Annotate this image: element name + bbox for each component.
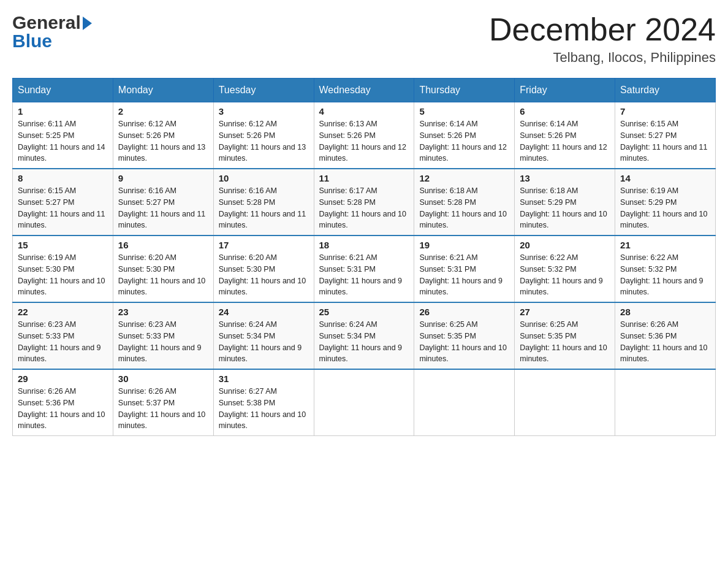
sunrise-label: Sunrise: 6:27 AM [219,387,277,396]
calendar-cell: 29 Sunrise: 6:26 AM Sunset: 5:36 PM Dayl… [13,369,113,436]
sunset-label: Sunset: 5:33 PM [118,332,175,340]
calendar-cell: 10 Sunrise: 6:16 AM Sunset: 5:28 PM Dayl… [213,169,314,236]
day-number: 5 [419,106,509,117]
sunrise-label: Sunrise: 6:18 AM [520,186,578,195]
daylight-label: Daylight: 11 hours and 14 minutes. [18,143,105,163]
sunrise-label: Sunrise: 6:24 AM [219,320,277,329]
sunset-label: Sunset: 5:26 PM [219,131,275,140]
day-number: 8 [18,173,108,183]
day-info: Sunrise: 6:19 AM Sunset: 5:30 PM Dayligh… [18,252,108,298]
daylight-label: Daylight: 11 hours and 10 minutes. [520,210,607,230]
daylight-label: Daylight: 11 hours and 13 minutes. [118,143,205,163]
sunset-label: Sunset: 5:35 PM [419,332,476,340]
day-number: 26 [419,307,509,317]
calendar-cell: 5 Sunrise: 6:14 AM Sunset: 5:26 PM Dayli… [414,102,515,169]
sunset-label: Sunset: 5:28 PM [219,198,275,207]
calendar-cell: 26 Sunrise: 6:25 AM Sunset: 5:35 PM Dayl… [414,302,515,369]
sunset-label: Sunset: 5:33 PM [18,332,74,340]
daylight-label: Daylight: 11 hours and 10 minutes. [419,343,506,364]
calendar-cell: 15 Sunrise: 6:19 AM Sunset: 5:30 PM Dayl… [13,236,113,302]
sunset-label: Sunset: 5:28 PM [319,198,376,207]
day-number: 16 [118,240,208,250]
daylight-label: Daylight: 11 hours and 10 minutes. [18,277,105,297]
day-number: 28 [620,307,710,317]
day-number: 3 [219,106,309,117]
sunset-label: Sunset: 5:37 PM [118,399,175,407]
calendar-cell: 11 Sunrise: 6:17 AM Sunset: 5:28 PM Dayl… [314,169,414,236]
day-info: Sunrise: 6:14 AM Sunset: 5:26 PM Dayligh… [520,118,610,164]
calendar-cell: 31 Sunrise: 6:27 AM Sunset: 5:38 PM Dayl… [213,369,314,436]
day-info: Sunrise: 6:14 AM Sunset: 5:26 PM Dayligh… [419,118,509,164]
day-number: 24 [219,307,309,317]
sunrise-label: Sunrise: 6:20 AM [118,253,176,262]
daylight-label: Daylight: 11 hours and 10 minutes. [620,210,707,230]
sunset-label: Sunset: 5:28 PM [419,198,476,207]
day-info: Sunrise: 6:17 AM Sunset: 5:28 PM Dayligh… [319,185,409,231]
daylight-label: Daylight: 11 hours and 9 minutes. [520,277,603,297]
daylight-label: Daylight: 11 hours and 9 minutes. [319,343,403,364]
month-year-title: December 2024 [489,12,716,47]
day-info: Sunrise: 6:13 AM Sunset: 5:26 PM Dayligh… [319,118,409,164]
day-number: 31 [219,373,309,384]
sunset-label: Sunset: 5:29 PM [620,198,677,207]
calendar-cell: 25 Sunrise: 6:24 AM Sunset: 5:34 PM Dayl… [314,302,414,369]
calendar-cell: 12 Sunrise: 6:18 AM Sunset: 5:28 PM Dayl… [414,169,515,236]
daylight-label: Daylight: 11 hours and 10 minutes. [219,410,306,431]
calendar-week-row-5: 29 Sunrise: 6:26 AM Sunset: 5:36 PM Dayl… [13,369,716,436]
calendar-cell [515,369,615,436]
day-number: 1 [18,106,108,117]
day-number: 21 [620,240,710,250]
day-info: Sunrise: 6:20 AM Sunset: 5:30 PM Dayligh… [118,252,208,298]
day-info: Sunrise: 6:23 AM Sunset: 5:33 PM Dayligh… [118,319,208,365]
sunrise-label: Sunrise: 6:21 AM [319,253,377,262]
calendar-cell: 3 Sunrise: 6:12 AM Sunset: 5:26 PM Dayli… [213,102,314,169]
calendar-week-row-1: 1 Sunrise: 6:11 AM Sunset: 5:25 PM Dayli… [13,102,716,169]
daylight-label: Daylight: 11 hours and 10 minutes. [520,343,607,364]
calendar-cell: 4 Sunrise: 6:13 AM Sunset: 5:26 PM Dayli… [314,102,414,169]
sunset-label: Sunset: 5:27 PM [118,198,175,207]
sunset-label: Sunset: 5:27 PM [18,198,74,207]
col-header-monday: Monday [113,79,213,102]
calendar-cell: 20 Sunrise: 6:22 AM Sunset: 5:32 PM Dayl… [515,236,615,302]
col-header-thursday: Thursday [414,79,515,102]
calendar-week-row-2: 8 Sunrise: 6:15 AM Sunset: 5:27 PM Dayli… [13,169,716,236]
day-info: Sunrise: 6:26 AM Sunset: 5:37 PM Dayligh… [118,386,208,432]
calendar-cell: 24 Sunrise: 6:24 AM Sunset: 5:34 PM Dayl… [213,302,314,369]
daylight-label: Daylight: 11 hours and 9 minutes. [620,277,703,297]
sunset-label: Sunset: 5:34 PM [219,332,275,340]
calendar-cell: 30 Sunrise: 6:26 AM Sunset: 5:37 PM Dayl… [113,369,213,436]
day-number: 10 [219,173,309,183]
sunrise-label: Sunrise: 6:11 AM [18,120,76,128]
sunrise-label: Sunrise: 6:26 AM [118,387,176,396]
daylight-label: Daylight: 11 hours and 13 minutes. [219,143,306,163]
calendar-cell: 28 Sunrise: 6:26 AM Sunset: 5:36 PM Dayl… [615,302,716,369]
sunset-label: Sunset: 5:36 PM [18,399,74,407]
daylight-label: Daylight: 11 hours and 10 minutes. [419,210,506,230]
calendar-cell: 8 Sunrise: 6:15 AM Sunset: 5:27 PM Dayli… [13,169,113,236]
calendar-cell: 1 Sunrise: 6:11 AM Sunset: 5:25 PM Dayli… [13,102,113,169]
day-number: 12 [419,173,509,183]
calendar-cell: 18 Sunrise: 6:21 AM Sunset: 5:31 PM Dayl… [314,236,414,302]
day-number: 13 [520,173,610,183]
daylight-label: Daylight: 11 hours and 12 minutes. [520,143,607,163]
calendar-cell: 22 Sunrise: 6:23 AM Sunset: 5:33 PM Dayl… [13,302,113,369]
daylight-label: Daylight: 11 hours and 9 minutes. [219,343,302,364]
day-number: 27 [520,307,610,317]
day-info: Sunrise: 6:16 AM Sunset: 5:27 PM Dayligh… [118,185,208,231]
sunrise-label: Sunrise: 6:25 AM [520,320,578,329]
logo-arrow-icon [83,17,92,30]
sunset-label: Sunset: 5:26 PM [520,131,576,140]
sunrise-label: Sunrise: 6:18 AM [419,186,477,195]
daylight-label: Daylight: 11 hours and 9 minutes. [319,277,403,297]
day-info: Sunrise: 6:26 AM Sunset: 5:36 PM Dayligh… [620,319,710,365]
calendar-cell: 13 Sunrise: 6:18 AM Sunset: 5:29 PM Dayl… [515,169,615,236]
day-number: 20 [520,240,610,250]
day-info: Sunrise: 6:22 AM Sunset: 5:32 PM Dayligh… [620,252,710,298]
sunrise-label: Sunrise: 6:21 AM [419,253,477,262]
day-info: Sunrise: 6:19 AM Sunset: 5:29 PM Dayligh… [620,185,710,231]
day-info: Sunrise: 6:24 AM Sunset: 5:34 PM Dayligh… [219,319,309,365]
calendar-week-row-4: 22 Sunrise: 6:23 AM Sunset: 5:33 PM Dayl… [13,302,716,369]
sunset-label: Sunset: 5:38 PM [219,399,275,407]
sunrise-label: Sunrise: 6:22 AM [520,253,578,262]
calendar-header-row: Sunday Monday Tuesday Wednesday Thursday… [13,79,716,102]
